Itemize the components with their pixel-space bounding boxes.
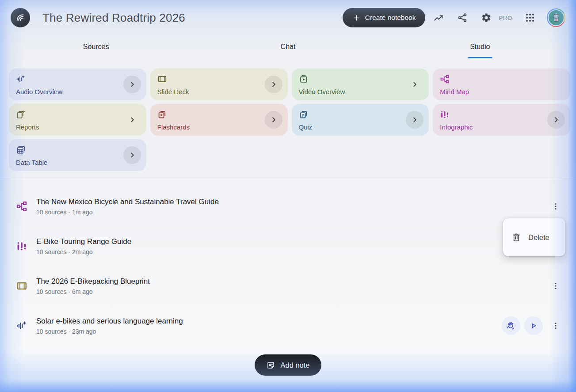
more-options-icon[interactable] bbox=[547, 277, 565, 295]
header-actions: Create notebook P bbox=[343, 7, 565, 28]
tool-label: Video Overview bbox=[299, 88, 345, 95]
analytics-button[interactable] bbox=[428, 7, 449, 28]
mind-map-icon bbox=[440, 74, 450, 84]
share-button[interactable] bbox=[452, 7, 473, 28]
mind-map-icon bbox=[16, 201, 27, 212]
infographic-icon bbox=[16, 240, 27, 252]
chevron-right-icon[interactable] bbox=[406, 76, 423, 93]
studio-tool-infographic[interactable]: Infographic bbox=[433, 104, 570, 136]
video-overview-icon bbox=[299, 74, 309, 84]
more-options-icon[interactable] bbox=[547, 317, 565, 335]
settings-button[interactable] bbox=[476, 7, 497, 28]
tab-studio[interactable]: Studio bbox=[384, 35, 576, 58]
studio-tool-reports[interactable]: Reports bbox=[9, 104, 146, 136]
create-notebook-label: Create notebook bbox=[365, 14, 416, 22]
tab-chat[interactable]: Chat bbox=[192, 35, 384, 58]
infographic-icon bbox=[440, 110, 450, 119]
play-button[interactable] bbox=[524, 316, 543, 335]
artifact-title: E-Bike Touring Range Guide bbox=[36, 237, 131, 246]
chevron-right-icon[interactable] bbox=[265, 76, 282, 93]
artifact-title: The 2026 E-Bikepacking Blueprint bbox=[36, 277, 150, 286]
artifact-meta: 10 sources · 23m ago bbox=[36, 328, 183, 335]
avatar[interactable] bbox=[547, 8, 565, 27]
settings-gear-icon bbox=[481, 12, 492, 23]
reports-sparkle-icon bbox=[16, 110, 26, 119]
pro-badge: PRO bbox=[499, 15, 512, 21]
apps-grid-icon bbox=[525, 12, 535, 23]
artifact-text: E-Bike Touring Range Guide 10 sources · … bbox=[36, 237, 131, 255]
artifact-actions bbox=[502, 316, 565, 335]
studio-tools-grid: Audio Overview Slide Deck Video Overview bbox=[9, 69, 570, 171]
artifact-meta: 10 sources · 2m ago bbox=[36, 248, 131, 255]
tool-label: Data Table bbox=[16, 159, 47, 166]
audio-waveform-sparkle-icon bbox=[16, 320, 27, 331]
tab-chat-label: Chat bbox=[281, 43, 296, 51]
chevron-right-icon[interactable] bbox=[265, 111, 282, 129]
tool-label: Audio Overview bbox=[16, 88, 62, 95]
chevron-right-icon[interactable] bbox=[123, 111, 141, 129]
studio-tool-slide-deck[interactable]: Slide Deck bbox=[150, 69, 288, 100]
share-icon bbox=[457, 12, 468, 23]
studio-tool-video-overview[interactable]: Video Overview bbox=[292, 69, 429, 100]
add-note-container: Add note bbox=[0, 354, 576, 376]
app-header: The Rewired Roadtrip 2026 Create noteboo… bbox=[0, 0, 576, 35]
artifact-meta: 10 sources · 1m ago bbox=[36, 209, 219, 216]
trending-up-icon bbox=[433, 12, 444, 23]
add-note-button[interactable]: Add note bbox=[255, 354, 321, 376]
play-icon bbox=[529, 321, 538, 331]
studio-tool-quiz[interactable]: ? Quiz bbox=[292, 104, 429, 136]
studio-output-list: The New Mexico Bicycle and Sustainable T… bbox=[0, 186, 576, 346]
notebooklm-logo[interactable] bbox=[11, 8, 30, 27]
chevron-right-icon[interactable] bbox=[123, 76, 141, 93]
chevron-right-icon[interactable] bbox=[123, 146, 141, 164]
more-options-icon[interactable] bbox=[547, 198, 565, 215]
audio-waveform-sparkle-icon bbox=[16, 74, 26, 84]
data-table-icon bbox=[16, 145, 26, 155]
svg-text:?: ? bbox=[301, 113, 304, 118]
artifact-actions bbox=[547, 277, 565, 295]
interactive-mode-icon bbox=[506, 321, 516, 331]
artifact-title: The New Mexico Bicycle and Sustainable T… bbox=[36, 198, 219, 206]
quiz-icon: ? bbox=[299, 110, 309, 119]
tab-sources[interactable]: Sources bbox=[0, 35, 192, 58]
artifact-text: The New Mexico Bicycle and Sustainable T… bbox=[36, 198, 219, 216]
tool-label: Flashcards bbox=[157, 123, 190, 131]
studio-tool-flashcards[interactable]: Flashcards bbox=[150, 104, 288, 136]
create-notebook-button[interactable]: Create notebook bbox=[343, 8, 426, 27]
panel-tabs: Sources Chat Studio bbox=[0, 35, 576, 58]
delete-menu-label: Delete bbox=[528, 233, 549, 242]
trash-icon bbox=[511, 232, 521, 242]
context-menu: Delete bbox=[503, 218, 565, 256]
add-note-label: Add note bbox=[280, 361, 309, 369]
tool-label: Quiz bbox=[299, 123, 313, 131]
chevron-right-icon[interactable] bbox=[547, 111, 565, 129]
slide-deck-icon bbox=[16, 280, 27, 292]
tool-label: Infographic bbox=[440, 123, 473, 131]
studio-tool-mind-map[interactable]: Mind Map bbox=[433, 69, 570, 100]
artifact-title: Solar e-bikes and serious language learn… bbox=[36, 317, 183, 326]
tab-sources-label: Sources bbox=[83, 43, 109, 51]
google-apps-button[interactable] bbox=[519, 7, 541, 28]
artifact-row-mind-map[interactable]: The New Mexico Bicycle and Sustainable T… bbox=[0, 186, 576, 226]
artifact-text: The 2026 E-Bikepacking Blueprint 10 sour… bbox=[36, 277, 150, 295]
section-divider bbox=[0, 180, 576, 180]
slide-deck-icon bbox=[157, 74, 167, 84]
artifact-meta: 10 sources · 6m ago bbox=[36, 288, 150, 295]
notebook-title[interactable]: The Rewired Roadtrip 2026 bbox=[42, 11, 185, 25]
tool-label: Slide Deck bbox=[157, 88, 189, 95]
interactive-mode-button[interactable] bbox=[502, 316, 520, 335]
artifact-actions bbox=[547, 198, 565, 215]
studio-tool-audio-overview[interactable]: Audio Overview bbox=[9, 69, 146, 100]
artifact-row-slide-deck[interactable]: The 2026 E-Bikepacking Blueprint 10 sour… bbox=[0, 266, 576, 306]
chevron-right-icon[interactable] bbox=[406, 111, 423, 129]
studio-tool-data-table[interactable]: Data Table bbox=[9, 139, 146, 171]
artifact-text: Solar e-bikes and serious language learn… bbox=[36, 317, 183, 335]
tool-label: Reports bbox=[16, 123, 39, 131]
artifact-row-audio-overview[interactable]: Solar e-bikes and serious language learn… bbox=[0, 306, 576, 346]
note-icon bbox=[266, 361, 275, 370]
artifact-row-infographic[interactable]: E-Bike Touring Range Guide 10 sources · … bbox=[0, 226, 576, 266]
plus-icon bbox=[352, 14, 361, 22]
tab-studio-label: Studio bbox=[470, 43, 490, 51]
tool-label: Mind Map bbox=[440, 88, 469, 95]
delete-menu-item[interactable]: Delete bbox=[503, 232, 565, 242]
